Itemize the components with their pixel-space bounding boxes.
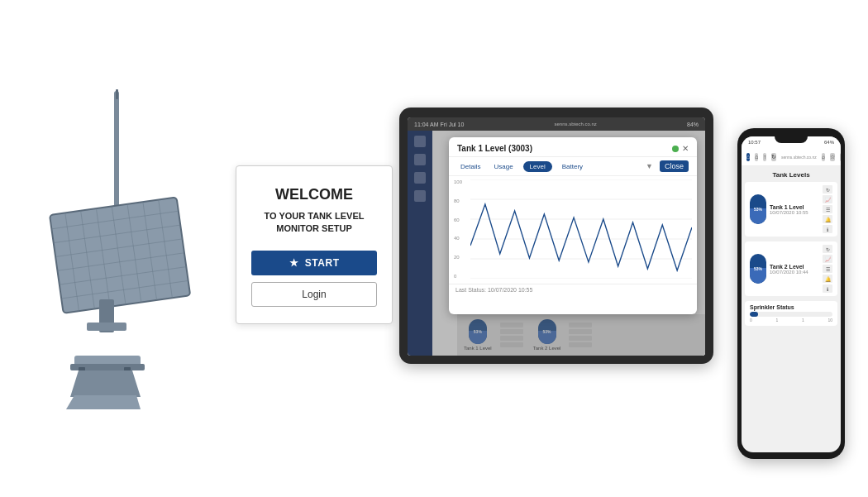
modal-status-dot [672, 146, 679, 152]
tablet-modal: Tank 1 Level (3003) ✕ Details Usage Leve… [449, 137, 697, 314]
modal-close-button[interactable]: Close [660, 160, 689, 172]
phone-tank2-name: Tank 2 Level [770, 264, 819, 270]
modal-footer-text: Last Status: 10/07/2020 10:55 [455, 287, 532, 293]
phone-list-icon[interactable]: ☰ [823, 205, 832, 213]
tablet-time: 11:04 AM Fri Jul 10 [414, 122, 464, 127]
star-icon: ★ [289, 257, 299, 269]
phone-tank2-pct: 53% [750, 266, 766, 271]
phone-gauge-bar [750, 312, 832, 317]
modal-tabs: Details Usage Level Battery ▼ Close [449, 157, 697, 176]
phone-refresh-icon[interactable]: ↻ [823, 185, 832, 194]
sidebar-up-icon[interactable] [414, 172, 426, 184]
tablet-sidebar [408, 131, 432, 356]
sidebar-home-icon[interactable] [414, 136, 426, 147]
chart-y-20: 20 [454, 255, 462, 260]
phone-screen: 10:57 64% ⌂ ⌂ ↑ ↻ senns.sbtech.co.nz ⌕ ☆… [742, 136, 841, 452]
chart-y-80: 80 [454, 198, 462, 203]
gauge-label-1b: 1 [802, 318, 804, 323]
modal-tab-details[interactable]: Details [457, 161, 484, 172]
phone-sprinkler-title: Sprinkler Status [750, 304, 832, 310]
phone-gauge-fill [750, 312, 758, 317]
modal-tab-battery[interactable]: Battery [559, 161, 586, 172]
chart-area [470, 179, 692, 279]
phone-sprinkler-section: Sprinkler Status 0 1 1 10 [745, 301, 837, 326]
modal-chart: 100 80 60 40 20 0 [449, 176, 697, 284]
phone-bell2-icon[interactable]: 🔔 [823, 275, 832, 283]
modal-tab-level[interactable]: Level [523, 161, 552, 172]
phone-chart2-icon[interactable]: 📈 [823, 255, 832, 263]
phone-gauge-labels: 0 1 1 10 [750, 318, 832, 323]
welcome-card: WELCOME TO YOUR TANK LEVEL MONITOR SETUP… [236, 165, 393, 324]
phone-tank2-date: 10/07/2020 10:44 [770, 270, 819, 275]
svg-rect-17 [87, 323, 126, 331]
modal-tab-usage[interactable]: Usage [490, 161, 516, 172]
filter-icon[interactable]: ▼ [646, 162, 653, 170]
phone-nav-bookmark[interactable]: ☆ [830, 153, 835, 161]
tablet-url: senns.sbtech.co.nz [464, 122, 687, 127]
phone-tank2-pill: 53% [750, 254, 766, 284]
phone-bell-icon[interactable]: 🔔 [823, 215, 832, 223]
phone-time: 10:57 [748, 140, 761, 145]
phone-tank1-actions: ↻ 📈 ☰ 🔔 ℹ [823, 185, 832, 233]
phone-tank1-name: Tank 1 Level [770, 204, 819, 210]
login-button[interactable]: Login [251, 282, 377, 307]
phone-tank1-date: 10/07/2020 10:55 [770, 210, 819, 215]
tablet-content: 53% Tank 1 Level 53% [408, 131, 705, 356]
phone-nav-up[interactable]: ↑ [763, 153, 766, 161]
phone-battery: 64% [824, 140, 834, 145]
sidebar-refresh-icon[interactable] [414, 190, 426, 202]
phone-tank1-info: Tank 1 Level 10/07/2020 10:55 [770, 204, 819, 215]
gauge-label-10: 10 [827, 318, 832, 323]
phone-tank1-pct: 53% [750, 207, 766, 212]
tablet-battery: 84% [687, 122, 699, 127]
phone-tank2-card: 53% Tank 2 Level 10/07/2020 10:44 ↻ 📈 ☰ … [745, 241, 837, 296]
chart-y-40: 40 [454, 236, 462, 241]
modal-footer: Last Status: 10/07/2020 10:55 [449, 284, 697, 295]
phone-nav-menu[interactable]: ⋮ [840, 153, 841, 161]
tablet-screen: 11:04 AM Fri Jul 10 senns.sbtech.co.nz 8… [408, 117, 705, 356]
svg-marker-23 [66, 395, 141, 409]
chart-y-100: 100 [454, 179, 462, 184]
phone-nav-refresh[interactable]: ↻ [771, 153, 776, 161]
phone-list2-icon[interactable]: ☰ [823, 265, 832, 273]
svg-rect-1 [116, 89, 118, 99]
phone-nav-search[interactable]: ⌕ [822, 153, 825, 161]
start-button[interactable]: ★ START [251, 251, 377, 275]
tablet-main-area: 53% Tank 1 Level 53% [432, 131, 705, 356]
start-label: START [305, 257, 340, 269]
modal-title: Tank 1 Level (3003) [457, 144, 669, 153]
phone-nav-home2[interactable]: ⌂ [755, 153, 758, 161]
phone-refresh2-icon[interactable]: ↻ [823, 245, 832, 253]
welcome-subtitle-text: TO YOUR TANK LEVEL MONITOR SETUP [264, 211, 364, 233]
welcome-subtitle: TO YOUR TANK LEVEL MONITOR SETUP [251, 210, 377, 236]
phone-notch [775, 136, 808, 143]
phone-tank2-actions: ↻ 📈 ☰ 🔔 ℹ [823, 245, 832, 293]
chart-y-labels: 100 80 60 40 20 0 [454, 179, 462, 279]
phone-tank2-info: Tank 2 Level 10/07/2020 10:44 [770, 264, 819, 275]
modal-x-button[interactable]: ✕ [682, 144, 689, 153]
phone-tank-levels-title: Tank Levels [745, 171, 837, 179]
svg-rect-2 [50, 197, 190, 313]
gauge-label-0: 0 [750, 318, 752, 323]
svg-marker-22 [70, 370, 141, 397]
gauge-label-1a: 1 [775, 318, 778, 323]
tablet-topbar: 11:04 AM Fri Jul 10 senns.sbtech.co.nz 8… [408, 117, 705, 131]
solar-panel-device [25, 83, 207, 430]
phone-tank1-card: 53% Tank 1 Level 10/07/2020 10:55 ↻ 📈 ☰ … [745, 182, 837, 237]
welcome-title: WELCOME [251, 186, 377, 203]
chart-y-60: 60 [454, 217, 462, 222]
chart-y-0: 0 [454, 274, 462, 279]
phone-chart-icon[interactable]: 📈 [823, 195, 832, 203]
phone-url: senns.sbtech.co.nz [781, 155, 817, 160]
phone-device: 10:57 64% ⌂ ⌂ ↑ ↻ senns.sbtech.co.nz ⌕ ☆… [737, 128, 845, 459]
phone-tank1-pill: 53% [750, 194, 766, 224]
phone-nav-home[interactable]: ⌂ [746, 153, 750, 161]
sidebar-settings-icon[interactable] [414, 154, 426, 165]
phone-navbar: ⌂ ⌂ ↑ ↻ senns.sbtech.co.nz ⌕ ☆ ⋮ [742, 148, 841, 166]
phone-info2-icon[interactable]: ℹ [823, 284, 832, 293]
tablet-device: 11:04 AM Fri Jul 10 senns.sbtech.co.nz 8… [399, 108, 713, 364]
phone-info-icon[interactable]: ℹ [823, 225, 832, 233]
phone-content: Tank Levels 53% Tank 1 Level 10/07/2020 … [742, 166, 841, 331]
modal-header: Tank 1 Level (3003) ✕ [449, 137, 697, 157]
